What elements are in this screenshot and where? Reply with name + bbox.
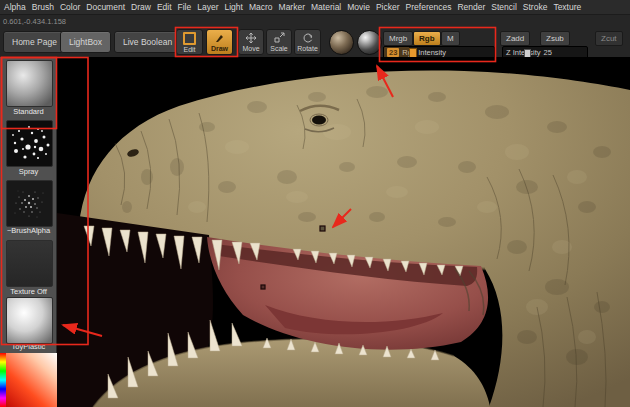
draw-button[interactable]: Draw <box>206 29 233 55</box>
menu-item-layer[interactable]: Layer <box>197 2 218 12</box>
menu-item-texture[interactable]: Texture <box>553 2 581 12</box>
live-boolean-button[interactable]: Live Boolean <box>114 31 181 53</box>
brush-label-spray: Spray <box>0 167 57 176</box>
rgb-button[interactable]: Rgb <box>413 31 441 46</box>
brush-label-brushalpha: ~BrushAlpha <box>0 226 57 235</box>
menu-item-document[interactable]: Document <box>86 2 125 12</box>
move-button[interactable]: Move <box>238 29 264 55</box>
material-sphere-icon[interactable] <box>329 30 354 55</box>
move-button-label: Move <box>242 45 259 52</box>
z-intensity-value: 25 <box>544 48 552 57</box>
zcut-button[interactable]: Zcut <box>595 31 623 46</box>
brush-palette: Standard Spray <box>0 57 57 407</box>
camera-coords-readout: 0.601,-0.434.1.158 <box>3 17 66 26</box>
draw-button-label: Draw <box>211 45 228 52</box>
menu-item-draw[interactable]: Draw <box>131 2 151 12</box>
scale-button-label: Scale <box>270 45 288 52</box>
scale-icon <box>273 32 285 44</box>
edit-frame-icon <box>183 32 196 45</box>
hue-strip[interactable] <box>0 353 6 407</box>
edit-button-label: Edit <box>183 46 195 53</box>
menu-item-light[interactable]: Light <box>225 2 243 12</box>
menu-item-preferences[interactable]: Preferences <box>406 2 452 12</box>
color-swatch-icon[interactable] <box>357 30 382 55</box>
viewport-canvas[interactable] <box>57 57 630 407</box>
rotate-icon <box>302 32 314 44</box>
toolbar: 0.601,-0.434.1.158 Home Page LightBox Li… <box>0 16 630 58</box>
m-button[interactable]: M <box>441 31 460 46</box>
texture-off-thumb[interactable] <box>6 240 53 287</box>
menu-item-color[interactable]: Color <box>60 2 80 12</box>
menu-item-movie[interactable]: Movie <box>347 2 370 12</box>
zadd-button[interactable]: Zadd <box>500 31 530 46</box>
menu-item-marker[interactable]: Marker <box>279 2 305 12</box>
home-page-button[interactable]: Home Page <box>3 31 66 53</box>
zsub-button[interactable]: Zsub <box>540 31 570 46</box>
brush-thumb-brushalpha[interactable] <box>6 180 53 227</box>
menu-item-alpha[interactable]: Alpha <box>4 2 26 12</box>
rotate-button[interactable]: Rotate <box>294 29 321 55</box>
menu-item-file[interactable]: File <box>178 2 192 12</box>
brush-label-standard: Standard <box>0 107 57 116</box>
brush-thumb-standard[interactable] <box>6 60 53 107</box>
zbrush-window: Alpha Brush Color Document Draw Edit Fil… <box>0 0 630 407</box>
lightbox-button[interactable]: LightBox <box>60 31 111 53</box>
spray-dots-icon <box>7 121 52 166</box>
menu-item-picker[interactable]: Picker <box>376 2 400 12</box>
rotate-button-label: Rotate <box>297 45 318 52</box>
move-icon <box>245 32 257 44</box>
draw-brush-icon <box>214 33 225 44</box>
brush-thumb-spray[interactable] <box>6 120 53 167</box>
menu-item-stroke[interactable]: Stroke <box>523 2 548 12</box>
menu-item-macro[interactable]: Macro <box>249 2 273 12</box>
trex-model <box>57 57 630 407</box>
texture-off-label: Texture Off <box>0 287 57 296</box>
menu-item-render[interactable]: Render <box>457 2 485 12</box>
menu-item-brush[interactable]: Brush <box>32 2 54 12</box>
alpha-spray-icon <box>7 181 52 226</box>
material-thumb-toyplastic[interactable] <box>6 297 53 344</box>
menu-item-material[interactable]: Material <box>311 2 341 12</box>
edit-button[interactable]: Edit <box>176 29 203 55</box>
menu-item-edit[interactable]: Edit <box>157 2 172 12</box>
scale-button[interactable]: Scale <box>266 29 292 55</box>
color-picker[interactable] <box>0 353 57 407</box>
menu-bar: Alpha Brush Color Document Draw Edit Fil… <box>0 0 630 15</box>
menu-item-stencil[interactable]: Stencil <box>491 2 517 12</box>
mrgb-button[interactable]: Mrgb <box>383 31 413 46</box>
material-label-toyplastic: ToyPlastic <box>0 342 57 351</box>
